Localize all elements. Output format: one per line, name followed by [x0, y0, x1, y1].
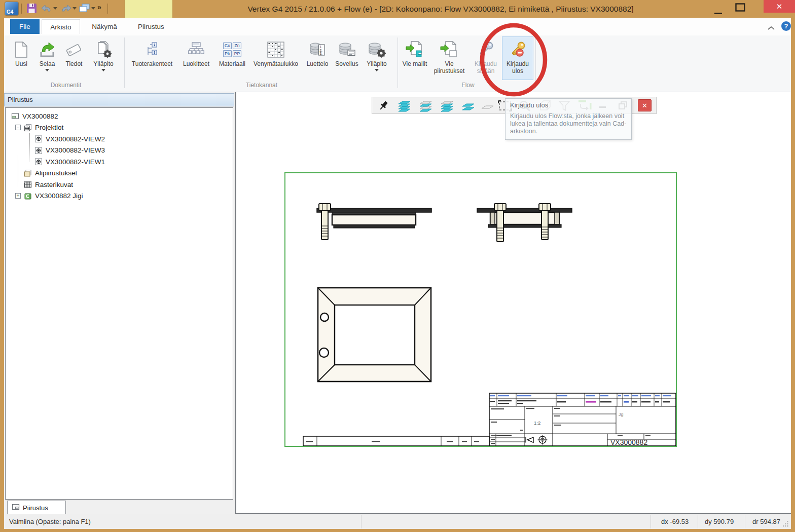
group-divider	[535, 37, 536, 88]
database-gear-icon	[368, 39, 386, 61]
close-button[interactable]: ✕	[764, 0, 795, 13]
ribbon-tab-row: File Arkisto Näkymä Piirustus ?	[4, 18, 791, 35]
ribbon-button-tiedot[interactable]: Tiedot	[61, 36, 87, 80]
collapse-ribbon-button[interactable]	[767, 23, 775, 32]
separator	[107, 4, 108, 14]
group-label-tietokannat: Tietokannat	[128, 82, 395, 89]
title-block: Jg 1:2 VX3000882	[489, 393, 676, 446]
ribbon-button-vie-mallit[interactable]: Vie mallit	[401, 36, 429, 80]
tree-item-view3[interactable]: VX3000882-VIEW3	[6, 145, 233, 157]
drawing-sheet-svg: Jg 1:2 VX3000882	[285, 173, 676, 446]
tree-item-rasterikuvat[interactable]: Rasterikuvat	[6, 179, 233, 191]
layers-mixed2-button[interactable]	[440, 100, 455, 112]
qat-more-button[interactable]: »	[97, 3, 101, 11]
caret-down-icon	[91, 7, 95, 10]
windows-button[interactable]	[79, 4, 90, 13]
revision-strip	[303, 436, 489, 446]
svg-text:3.: 3.	[320, 52, 323, 55]
browse-icon	[39, 39, 56, 61]
save-button[interactable]	[26, 3, 37, 14]
tree-collapse-box[interactable]: -	[15, 125, 21, 130]
ribbon-button-venymataulukko[interactable]: Venymätaulukko	[248, 36, 303, 80]
status-dy: dy 590.79	[705, 514, 734, 529]
layers-mixed-button[interactable]	[419, 100, 434, 112]
ribbon: Uusi Selaa	[4, 35, 791, 92]
app-window: G4	[0, 0, 795, 532]
app-logo[interactable]: G4	[5, 2, 18, 15]
window-title: Vertex G4 2015 / 21.0.06 + Flow (e) - [2…	[177, 3, 704, 15]
tree-item-view2[interactable]: VX3000882-VIEW2	[6, 133, 233, 145]
undo-dropdown[interactable]	[53, 7, 57, 10]
tree-expand-box[interactable]: +	[15, 193, 21, 199]
redo-dropdown[interactable]	[73, 7, 77, 10]
ribbon-button-selaa[interactable]: Selaa	[33, 36, 61, 80]
toolbar-close-button[interactable]: ✕	[638, 99, 652, 111]
ribbon-button-yllapito-dokumentit[interactable]: Ylläpito	[87, 36, 120, 80]
ribbon-button-kirjaudu-ulos[interactable]: Kirjaudu ulos	[502, 36, 533, 80]
tree-item-projektiot[interactable]: - Projektiot	[6, 122, 233, 134]
group-label-flow: Flow	[401, 82, 535, 89]
layers-all-button[interactable]	[397, 100, 413, 112]
view-icon	[34, 146, 43, 155]
drawing-sheet: Jg 1:2 VX3000882	[284, 172, 677, 447]
sidebar-tab-piirustus[interactable]: Piirustus	[7, 501, 66, 514]
ribbon-button-materiaali[interactable]: Cu Zn Pb PP Materiaali	[216, 36, 248, 80]
tab-arkisto[interactable]: Arkisto	[42, 19, 80, 34]
minimize-button[interactable]	[714, 8, 722, 17]
app-logo-text: G4	[7, 9, 13, 15]
section-view-left	[317, 204, 431, 240]
windows-dropdown[interactable]	[91, 7, 95, 10]
tab-nakyma[interactable]: Näkymä	[82, 19, 127, 34]
subdrawings-icon	[23, 169, 32, 177]
undo-button[interactable]	[41, 4, 53, 13]
ribbon-button-uusi[interactable]: Uusi	[9, 36, 33, 80]
ribbon-group-tietokannat: Tuoterakenteet	[128, 35, 395, 92]
layers-two-icon	[461, 100, 477, 112]
tooltip-title: Kirjaudu ulos	[510, 101, 627, 109]
drawing-sheet-icon	[11, 112, 20, 120]
svg-text:Cu: Cu	[225, 43, 230, 48]
maximize-icon	[735, 3, 745, 12]
tree-item-alipiirustukset[interactable]: Alipiirustukset	[6, 168, 233, 179]
ribbon-button-luettelo[interactable]: 1. 2. 3. Luettelo	[303, 36, 332, 80]
pin-button[interactable]	[377, 100, 389, 112]
tab-piirustus[interactable]: Piirustus	[129, 19, 173, 34]
svg-text:Zn: Zn	[235, 43, 240, 48]
maximize-button[interactable]	[735, 3, 745, 14]
drawing-tree: VX3000882 - Projektiot	[5, 107, 233, 500]
undo-icon	[41, 4, 53, 13]
classification-chart-icon	[188, 39, 204, 61]
ribbon-button-kirjaudu-sisaan[interactable]: Kirjaudu sisään	[469, 36, 502, 80]
layer-single-button[interactable]	[481, 100, 496, 112]
status-dr: dr 594.87	[752, 514, 780, 529]
redo-icon	[60, 4, 72, 13]
resize-grip[interactable]	[783, 521, 789, 527]
ribbon-button-sovellus[interactable]: Sovellus	[332, 36, 362, 80]
tree-item-view1[interactable]: VX3000882-VIEW1	[6, 156, 233, 168]
stretch-table-icon	[267, 39, 285, 61]
help-button[interactable]: ?	[781, 21, 791, 31]
statusbar: Valmiina (Opaste: paina F1) dx -69.53 dy…	[4, 514, 791, 529]
tag-icon	[65, 39, 83, 61]
status-divider	[651, 515, 651, 528]
status-dx: dx -69.53	[661, 514, 689, 529]
ribbon-button-yllapito-tietokannat[interactable]: Ylläpito	[362, 36, 391, 80]
ribbon-button-vie-piirustukset[interactable]: Vie piirustukset	[429, 36, 469, 80]
view-icon	[34, 135, 43, 143]
ribbon-button-tuoterakenteet[interactable]: Tuoterakenteet	[128, 36, 176, 80]
export-models-icon	[405, 39, 424, 61]
title-block-doc-number: VX3000882	[610, 438, 647, 446]
database-application-icon	[338, 39, 356, 61]
redo-button[interactable]	[60, 4, 72, 13]
new-document-icon	[14, 39, 29, 61]
layers-mixed-icon	[419, 100, 434, 112]
tab-file[interactable]: File	[10, 19, 40, 34]
title-block-author: Jg	[619, 412, 624, 417]
save-icon	[26, 3, 37, 14]
caret-down-icon	[375, 69, 379, 71]
tree-item-jigi[interactable]: + VX3000882 Jigi	[6, 191, 233, 202]
layers-two-button[interactable]	[461, 100, 477, 112]
tree-item-vx3000882[interactable]: VX3000882	[6, 110, 233, 122]
ribbon-button-luokitteet[interactable]: Luokitteet	[176, 36, 216, 80]
group-divider	[124, 37, 125, 88]
